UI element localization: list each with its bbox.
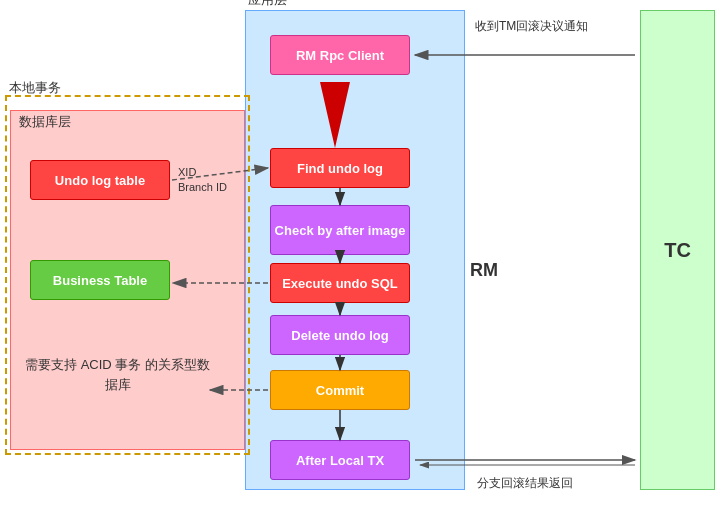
delete-undo-log-box: Delete undo log [270,315,410,355]
app-layer-label: 应用层 [248,0,287,9]
tc-label: TC [664,239,691,262]
db-layer-label: 数据库层 [19,113,71,131]
commit-box: Commit [270,370,410,410]
diagram-container: TC 应用层 本地事务 数据库层 RM RM Rpc Client Find u… [0,0,720,508]
rm-label: RM [470,260,498,281]
find-undo-log-box: Find undo log [270,148,410,188]
xid-branch-label: XIDBranch ID [178,165,227,196]
branch-result-text: 分支回滚结果返回 [477,476,573,490]
acid-text: 需要支持 ACID 事务 的关系型数据库 [20,355,215,394]
after-local-tx-box: After Local TX [270,440,410,480]
local-tx-label: 本地事务 [9,79,61,97]
rpc-client-box: RM Rpc Client [270,35,410,75]
business-table-box: Business Table [30,260,170,300]
tm-notification-text: 收到TM回滚决议通知 [475,19,588,33]
tc-box: TC [640,10,715,490]
undo-log-table-box: Undo log table [30,160,170,200]
execute-undo-sql-box: Execute undo SQL [270,263,410,303]
check-after-image-box: Check by after image [270,205,410,255]
